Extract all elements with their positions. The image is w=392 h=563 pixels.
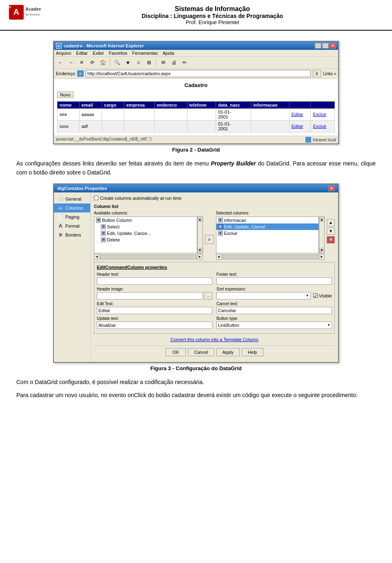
avail-scrollbar[interactable]: ▲ ▼ [197,217,203,253]
footer-text-input[interactable] [216,277,332,285]
select-label: Select [107,224,120,229]
ie-links-btn[interactable]: Links [323,71,336,76]
button-type-dropdown[interactable]: LinkButton ▼ [216,322,332,329]
menu-favoritos[interactable]: Favoritos [109,51,127,56]
available-columns-panel: Available columns: ⊞ Button Column ⊞ [94,211,203,260]
avail-scroll-up[interactable]: ▲ [198,217,203,222]
menu-arquivo[interactable]: Arquivo [56,51,71,56]
cell-editar[interactable]: Editar [289,109,311,121]
body-para2: Com o DataGrid configurado, é possível r… [16,378,376,387]
menu-ferramentas[interactable]: Ferramentas [132,51,158,56]
menu-exibir[interactable]: Exibir [93,51,104,56]
props-titlebar-buttons: ✕ [328,185,335,191]
forward-btn[interactable]: → [67,58,76,67]
props-body: ⬜ General 🗂 Columns 📄 Paging A Format [54,192,338,362]
edit-text-input[interactable] [97,307,212,314]
selected-item-excluir[interactable]: ⊞ Excluir [216,230,319,237]
menu-ajuda[interactable]: Ajuda [163,51,174,56]
menu-editar[interactable]: Editar [76,51,88,56]
search-btn[interactable]: 🔍 [113,58,122,67]
ie-close-btn[interactable]: ✕ [330,43,336,49]
avail-list-nav: ◄ ► [94,254,203,260]
sel-nav-scroll[interactable] [223,255,318,259]
template-link[interactable]: Convert this column into a Template Colu… [94,337,335,342]
refresh-btn[interactable]: ⟳ [88,58,97,67]
header-text-input[interactable] [97,277,212,285]
nav-scroll[interactable] [100,255,196,259]
list-item-button-col[interactable]: ⊞ Button Column [94,217,197,223]
favorites-btn[interactable]: ★ [123,58,132,67]
list-item-delete[interactable]: ⊞ Delete [94,237,197,243]
edit-text-label: Edit Text: [97,302,212,306]
ie-title-icon: e [56,43,62,49]
sidebar-label-paging: Paging [65,214,79,219]
edit-ie-btn[interactable]: ✏ [180,58,189,67]
list-item-select[interactable]: ⊞ Select [94,223,197,230]
informacao-icon: ⊞ [218,218,223,223]
sidebar-item-borders[interactable]: ⊞ Borders [54,230,90,239]
address-input[interactable] [86,70,311,77]
cell-excluir[interactable]: Excluir [311,109,335,121]
create-columns-checkbox[interactable] [94,196,98,200]
col-empresa: empresa [124,102,155,109]
ie-go-btn[interactable]: Ir [313,70,321,77]
visible-checkbox[interactable]: ✓ [313,293,318,298]
footer-text-label: Footer text: [216,272,332,277]
form-row-edit-cancel: Edit Text: Cancel text: [97,302,332,314]
sidebar-item-general[interactable]: ⬜ General [54,194,90,203]
nav-left[interactable]: ◄ [94,254,100,260]
home-btn[interactable]: 🏠 [98,58,107,67]
sel-scroll-up[interactable]: ▲ [319,217,324,222]
apply-btn[interactable]: Apply [216,348,240,356]
col-action1 [289,102,311,109]
cell-editar[interactable]: Editar [289,121,311,132]
sel-nav-right[interactable]: ► [319,254,325,260]
sidebar-item-columns[interactable]: 🗂 Columns [54,203,90,212]
history-btn[interactable]: ⊞ [145,58,154,67]
sel-scrollbar[interactable]: ▲ ▼ [319,217,325,253]
remove-col-btn[interactable]: ✕ [327,236,335,244]
add-column-btn[interactable]: > [205,235,214,244]
col-data-nasc: data_nasc [216,102,251,109]
mail-btn[interactable]: ✉ [159,58,168,67]
cell-excluir[interactable]: Excluir [311,121,335,132]
avail-scroll-down[interactable]: ▼ [198,248,203,253]
para1-em: Property Builder [211,160,256,167]
selected-item-edit-update[interactable]: ⊞ Edit, Update, Cancel [216,223,319,230]
delete-label: Delete [107,237,120,242]
update-text-input[interactable] [97,322,212,329]
nav-right[interactable]: ► [197,254,203,260]
header-text-block: Sistemas de Informação Disciplina : Ling… [41,5,384,25]
props-main-content: Create columns automatically at run time… [91,192,338,362]
cancel-btn[interactable]: Cancel [188,348,214,356]
header-image-input[interactable] [97,292,203,299]
cancel-text-label: Cancel text: [216,302,332,306]
help-btn[interactable]: Help [242,348,263,356]
selected-item-informacao[interactable]: ⊞ informacao [216,217,319,223]
sel-scroll-down[interactable]: ▼ [319,248,324,253]
sidebar-item-format[interactable]: A Format [54,221,90,230]
cancel-text-input[interactable] [216,307,332,314]
form-row-update-btntype: Update text: Button type: LinkButton ▼ [97,316,332,329]
browse-btn[interactable]: ... [204,292,212,299]
ie-titlebar-title: e cadastro - Microsoft Internet Explorer [56,43,144,49]
back-btn[interactable]: ← [56,58,65,67]
ok-btn[interactable]: OK [165,348,186,356]
sort-dropdown[interactable]: ▼ [216,292,311,299]
stop-btn[interactable]: ✕ [77,58,86,67]
right-arrows-col: ▲ ▼ ✕ [327,211,335,260]
sel-nav-left[interactable]: ◄ [216,254,222,260]
move-down-btn[interactable]: ▼ [327,228,335,235]
print-btn[interactable]: 🖨 [169,58,178,67]
list-item-edit-update-cancel[interactable]: ⊞ Edit, Update, Cance... [94,230,197,237]
page-content: e cadastro - Microsoft Internet Explorer… [0,31,392,412]
ie-window-title: cadastro - Microsoft Internet Explorer [64,43,144,48]
ie-minimize-btn[interactable]: _ [315,43,321,49]
media-btn[interactable]: ♫ [134,58,143,67]
move-up-btn[interactable]: ▲ [327,219,335,226]
props-close-btn[interactable]: ✕ [328,185,335,191]
ie-content: Cadastro Novo nome email cargo empresa e… [54,79,338,136]
ie-maximize-btn[interactable]: □ [322,43,329,49]
novo-btn[interactable]: Novo [57,92,74,98]
sidebar-item-paging[interactable]: 📄 Paging [54,212,90,221]
